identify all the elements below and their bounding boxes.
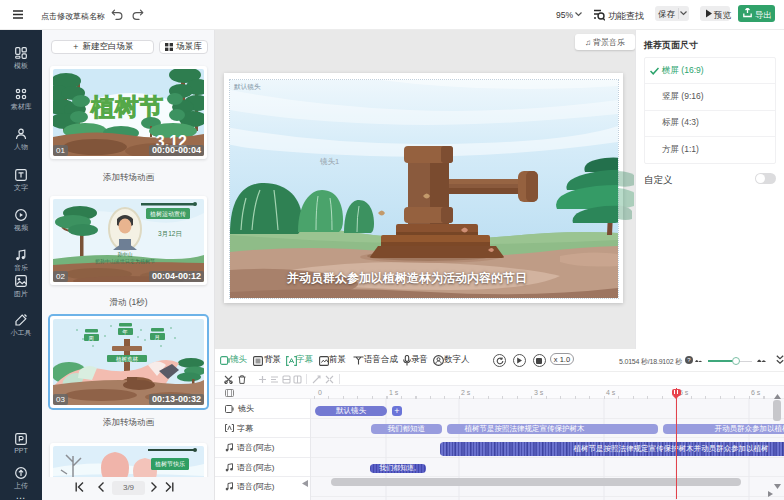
svg-text:孙中山: 孙中山 (118, 251, 133, 257)
svg-text:植树节快乐: 植树节快乐 (155, 461, 185, 468)
svg-text:植树节: 植树节 (90, 93, 163, 120)
svg-text:把孙中山逝世日定为植树节: 把孙中山逝世日定为植树节 (95, 258, 155, 265)
svg-text:年: 年 (122, 329, 128, 335)
svg-text:周: 周 (88, 335, 94, 341)
svg-text:植树运动宣传: 植树运动宣传 (150, 210, 186, 218)
svg-text:月: 月 (154, 334, 160, 341)
svg-text:植树造林: 植树造林 (116, 356, 139, 363)
svg-text:3月12日: 3月12日 (158, 230, 182, 238)
